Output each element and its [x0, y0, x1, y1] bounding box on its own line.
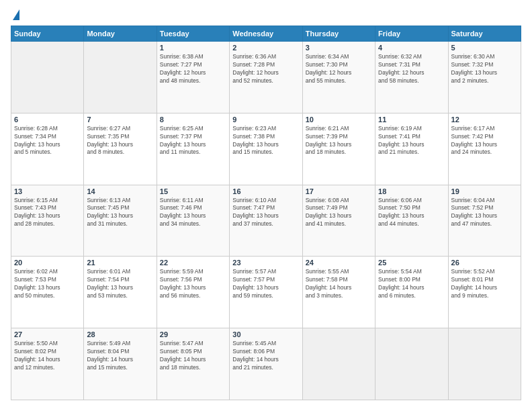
- day-number: 26: [451, 259, 518, 267]
- day-number: 24: [306, 259, 372, 267]
- logo-arrow-icon: [13, 9, 19, 20]
- day-number: 30: [232, 330, 299, 338]
- day-number: 11: [378, 116, 445, 124]
- calendar-day-header: Sunday: [11, 26, 84, 42]
- day-info: Sunrise: 5:49 AM Sunset: 8:04 PM Dayligh…: [87, 340, 153, 372]
- day-info: Sunrise: 6:10 AM Sunset: 7:47 PM Dayligh…: [232, 197, 299, 229]
- calendar-day-header: Friday: [375, 26, 448, 42]
- calendar-day-cell: 28Sunrise: 5:49 AM Sunset: 8:04 PM Dayli…: [84, 328, 157, 400]
- calendar-day-cell: 11Sunrise: 6:19 AM Sunset: 7:41 PM Dayli…: [375, 113, 448, 185]
- day-number: 28: [87, 330, 153, 338]
- day-number: 10: [306, 116, 372, 124]
- calendar-day-cell: 2Sunrise: 6:36 AM Sunset: 7:28 PM Daylig…: [230, 42, 302, 113]
- day-info: Sunrise: 6:34 AM Sunset: 7:30 PM Dayligh…: [306, 53, 372, 85]
- calendar-day-cell: 3Sunrise: 6:34 AM Sunset: 7:30 PM Daylig…: [302, 42, 375, 113]
- day-number: 20: [14, 259, 81, 267]
- day-number: 18: [378, 187, 445, 195]
- day-info: Sunrise: 5:59 AM Sunset: 7:56 PM Dayligh…: [160, 268, 226, 300]
- day-number: 29: [160, 330, 226, 338]
- day-number: 25: [378, 259, 445, 267]
- calendar-day-header: Wednesday: [230, 26, 302, 42]
- day-number: 23: [232, 259, 299, 267]
- day-number: 15: [160, 187, 226, 195]
- calendar-week-row: 20Sunrise: 6:02 AM Sunset: 7:53 PM Dayli…: [11, 257, 521, 328]
- day-number: 2: [232, 44, 299, 52]
- calendar-day-cell: [11, 42, 84, 113]
- day-info: Sunrise: 6:01 AM Sunset: 7:54 PM Dayligh…: [87, 268, 153, 300]
- calendar-day-cell: 7Sunrise: 6:27 AM Sunset: 7:35 PM Daylig…: [84, 113, 157, 185]
- calendar-day-header: Monday: [84, 26, 157, 42]
- calendar-day-cell: 22Sunrise: 5:59 AM Sunset: 7:56 PM Dayli…: [157, 257, 229, 328]
- calendar-day-cell: [84, 42, 157, 113]
- day-info: Sunrise: 5:54 AM Sunset: 8:00 PM Dayligh…: [378, 268, 445, 300]
- calendar-day-cell: 8Sunrise: 6:25 AM Sunset: 7:37 PM Daylig…: [157, 113, 229, 185]
- day-number: 27: [14, 330, 81, 338]
- day-info: Sunrise: 6:25 AM Sunset: 7:37 PM Dayligh…: [160, 125, 226, 157]
- day-info: Sunrise: 5:55 AM Sunset: 7:58 PM Dayligh…: [306, 268, 372, 300]
- day-info: Sunrise: 6:28 AM Sunset: 7:34 PM Dayligh…: [14, 125, 81, 157]
- day-info: Sunrise: 5:57 AM Sunset: 7:57 PM Dayligh…: [232, 268, 299, 300]
- day-number: 5: [451, 44, 518, 52]
- calendar-day-cell: [302, 328, 375, 400]
- calendar-week-row: 6Sunrise: 6:28 AM Sunset: 7:34 PM Daylig…: [11, 113, 521, 185]
- calendar-day-cell: 19Sunrise: 6:04 AM Sunset: 7:52 PM Dayli…: [448, 185, 521, 257]
- calendar-day-cell: 18Sunrise: 6:06 AM Sunset: 7:50 PM Dayli…: [375, 185, 448, 257]
- day-number: 9: [232, 116, 299, 124]
- day-info: Sunrise: 6:02 AM Sunset: 7:53 PM Dayligh…: [14, 268, 81, 300]
- day-number: 14: [87, 187, 153, 195]
- day-info: Sunrise: 6:06 AM Sunset: 7:50 PM Dayligh…: [378, 197, 445, 229]
- calendar-day-cell: 17Sunrise: 6:08 AM Sunset: 7:49 PM Dayli…: [302, 185, 375, 257]
- day-number: 16: [232, 187, 299, 195]
- calendar-day-cell: 27Sunrise: 5:50 AM Sunset: 8:02 PM Dayli…: [11, 328, 84, 400]
- day-number: 12: [451, 116, 518, 124]
- calendar-day-cell: 24Sunrise: 5:55 AM Sunset: 7:58 PM Dayli…: [302, 257, 375, 328]
- calendar-day-cell: 10Sunrise: 6:21 AM Sunset: 7:39 PM Dayli…: [302, 113, 375, 185]
- calendar-week-row: 13Sunrise: 6:15 AM Sunset: 7:43 PM Dayli…: [11, 185, 521, 257]
- day-number: 21: [87, 259, 153, 267]
- day-number: 6: [14, 116, 81, 124]
- calendar-day-cell: 12Sunrise: 6:17 AM Sunset: 7:42 PM Dayli…: [448, 113, 521, 185]
- calendar-day-cell: 14Sunrise: 6:13 AM Sunset: 7:45 PM Dayli…: [84, 185, 157, 257]
- day-info: Sunrise: 6:30 AM Sunset: 7:32 PM Dayligh…: [451, 53, 518, 85]
- day-number: 1: [160, 44, 226, 52]
- header: [11, 11, 521, 19]
- calendar-day-header: Thursday: [302, 26, 375, 42]
- day-number: 17: [306, 187, 372, 195]
- day-info: Sunrise: 6:15 AM Sunset: 7:43 PM Dayligh…: [14, 197, 81, 229]
- calendar-day-cell: 6Sunrise: 6:28 AM Sunset: 7:34 PM Daylig…: [11, 113, 84, 185]
- calendar-day-header: Saturday: [448, 26, 521, 42]
- day-info: Sunrise: 6:21 AM Sunset: 7:39 PM Dayligh…: [306, 125, 372, 157]
- day-info: Sunrise: 6:32 AM Sunset: 7:31 PM Dayligh…: [378, 53, 445, 85]
- page: SundayMondayTuesdayWednesdayThursdayFrid…: [0, 0, 532, 411]
- calendar-day-cell: 25Sunrise: 5:54 AM Sunset: 8:00 PM Dayli…: [375, 257, 448, 328]
- calendar-day-cell: [448, 328, 521, 400]
- calendar-header-row: SundayMondayTuesdayWednesdayThursdayFrid…: [11, 26, 521, 42]
- calendar-day-cell: 9Sunrise: 6:23 AM Sunset: 7:38 PM Daylig…: [230, 113, 302, 185]
- day-info: Sunrise: 6:11 AM Sunset: 7:46 PM Dayligh…: [160, 197, 226, 229]
- day-info: Sunrise: 5:50 AM Sunset: 8:02 PM Dayligh…: [14, 340, 81, 372]
- logo: [11, 11, 19, 19]
- day-info: Sunrise: 6:08 AM Sunset: 7:49 PM Dayligh…: [306, 197, 372, 229]
- calendar-day-cell: 15Sunrise: 6:11 AM Sunset: 7:46 PM Dayli…: [157, 185, 229, 257]
- day-number: 7: [87, 116, 153, 124]
- calendar-day-cell: [375, 328, 448, 400]
- calendar: SundayMondayTuesdayWednesdayThursdayFrid…: [11, 26, 521, 400]
- day-number: 19: [451, 187, 518, 195]
- day-number: 13: [14, 187, 81, 195]
- calendar-day-cell: 13Sunrise: 6:15 AM Sunset: 7:43 PM Dayli…: [11, 185, 84, 257]
- day-info: Sunrise: 6:27 AM Sunset: 7:35 PM Dayligh…: [87, 125, 153, 157]
- day-number: 3: [306, 44, 372, 52]
- calendar-week-row: 27Sunrise: 5:50 AM Sunset: 8:02 PM Dayli…: [11, 328, 521, 400]
- day-info: Sunrise: 5:47 AM Sunset: 8:05 PM Dayligh…: [160, 340, 226, 372]
- day-number: 8: [160, 116, 226, 124]
- calendar-day-cell: 23Sunrise: 5:57 AM Sunset: 7:57 PM Dayli…: [230, 257, 302, 328]
- day-number: 22: [160, 259, 226, 267]
- day-number: 4: [378, 44, 445, 52]
- day-info: Sunrise: 6:19 AM Sunset: 7:41 PM Dayligh…: [378, 125, 445, 157]
- calendar-week-row: 1Sunrise: 6:38 AM Sunset: 7:27 PM Daylig…: [11, 42, 521, 113]
- day-info: Sunrise: 6:04 AM Sunset: 7:52 PM Dayligh…: [451, 197, 518, 229]
- day-info: Sunrise: 6:38 AM Sunset: 7:27 PM Dayligh…: [160, 53, 226, 85]
- day-info: Sunrise: 5:52 AM Sunset: 8:01 PM Dayligh…: [451, 268, 518, 300]
- calendar-day-cell: 21Sunrise: 6:01 AM Sunset: 7:54 PM Dayli…: [84, 257, 157, 328]
- calendar-day-cell: 5Sunrise: 6:30 AM Sunset: 7:32 PM Daylig…: [448, 42, 521, 113]
